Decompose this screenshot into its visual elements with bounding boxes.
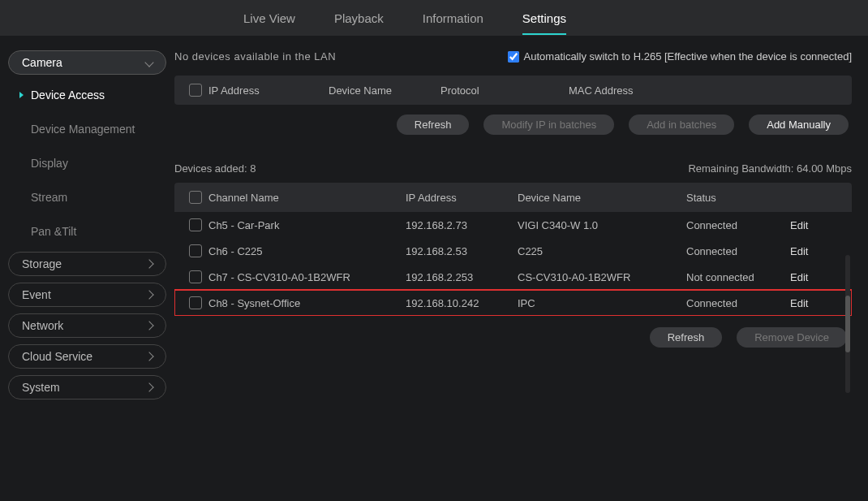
sidebar-group-storage[interactable]: Storage [8, 252, 166, 276]
sidebar-group-system[interactable]: System [8, 375, 166, 400]
cell-ip: 192.168.10.242 [406, 297, 511, 309]
chevron-right-icon [144, 321, 153, 330]
lan-select-all-checkbox[interactable] [189, 84, 202, 97]
cell-channel: Ch8 - Sysnet-Office [208, 297, 399, 309]
sidebar-item-device-access[interactable]: Device Access [8, 81, 166, 109]
auto-switch-checkbox[interactable] [508, 51, 519, 63]
cell-channel: Ch5 - Car-Park [208, 219, 399, 231]
main-panel: No devices available in the LAN Automati… [174, 36, 868, 414]
auto-switch-h265[interactable]: Automatically switch to H.265 [Effective… [508, 50, 852, 63]
added-col-ip: IP Address [406, 192, 511, 204]
lan-col-proto: Protocol [440, 84, 562, 97]
cell-device: VIGI C340-W 1.0 [518, 219, 680, 231]
row-checkbox[interactable] [189, 218, 202, 231]
lan-empty-message: No devices available in the LAN [174, 50, 336, 63]
cell-ip: 192.168.2.253 [406, 271, 511, 283]
tab-information[interactable]: Information [423, 3, 483, 33]
edit-link[interactable]: Edit [790, 271, 831, 283]
auto-switch-label: Automatically switch to H.265 [Effective… [524, 50, 852, 63]
sidebar-group-cloud-service[interactable]: Cloud Service [8, 344, 166, 369]
edit-link[interactable]: Edit [790, 245, 831, 257]
table-row[interactable]: Ch7 - CS-CV310-A0-1B2WFR192.168.2.253CS-… [174, 264, 852, 290]
cell-status: Connected [686, 297, 784, 309]
sidebar-group-label: Storage [22, 257, 62, 270]
edit-link[interactable]: Edit [790, 297, 831, 309]
sidebar-group-label: System [22, 381, 60, 394]
lan-col-device: Device Name [329, 84, 434, 97]
cell-status: Connected [686, 219, 784, 231]
tab-settings[interactable]: Settings [522, 3, 566, 33]
add-manually-button[interactable]: Add Manually [749, 114, 849, 135]
sidebar-group-camera[interactable]: Camera [8, 50, 166, 75]
sidebar-group-label: Network [22, 319, 63, 332]
added-col-status: Status [686, 192, 784, 204]
table-row[interactable]: Ch6 - C225192.168.2.53C225ConnectedEdit [174, 238, 852, 264]
cell-channel: Ch6 - C225 [208, 245, 399, 257]
row-checkbox[interactable] [189, 296, 202, 309]
sidebar-item-stream[interactable]: Stream [8, 184, 166, 211]
lan-refresh-button[interactable]: Refresh [397, 114, 470, 135]
tab-live-view[interactable]: Live View [243, 3, 295, 33]
chevron-right-icon [144, 382, 153, 391]
chevron-right-icon [144, 352, 153, 361]
sidebar-group-label: Cloud Service [22, 350, 92, 363]
added-select-all-checkbox[interactable] [189, 191, 202, 204]
scrollbar-track[interactable] [845, 255, 850, 393]
added-table-header: Channel Name IP Address Device Name Stat… [174, 183, 852, 212]
sidebar-item-pan-tilt[interactable]: Pan &Tilt [8, 218, 166, 245]
cell-ip: 192.168.2.53 [406, 245, 511, 257]
lan-col-ip: IP Address [208, 84, 322, 97]
table-row[interactable]: Ch5 - Car-Park192.168.2.73VIGI C340-W 1.… [174, 212, 852, 238]
table-row[interactable]: Ch8 - Sysnet-Office192.168.10.242IPCConn… [174, 290, 852, 316]
sidebar-group-event[interactable]: Event [8, 283, 166, 307]
sidebar-group-network[interactable]: Network [8, 313, 166, 338]
sidebar-item-device-management[interactable]: Device Management [8, 115, 166, 143]
lan-col-mac: MAC Address [569, 84, 837, 97]
cell-device: CS-CV310-A0-1B2WFR [518, 271, 680, 283]
devices-added-title: Devices added: 8 [174, 162, 256, 175]
lan-table-header: IP Address Device Name Protocol MAC Addr… [174, 76, 852, 105]
chevron-right-icon [144, 290, 153, 299]
add-in-batches-button[interactable]: Add in batches [629, 114, 734, 135]
chevron-down-icon [144, 58, 153, 67]
cell-status: Not connected [686, 271, 784, 283]
top-nav: Live View Playback Information Settings [0, 0, 868, 36]
sidebar-group-label: Camera [22, 56, 62, 69]
remaining-bandwidth: Remaining Bandwidth: 64.00 Mbps [688, 162, 852, 175]
cell-device: IPC [518, 297, 680, 309]
tab-playback[interactable]: Playback [334, 3, 384, 33]
modify-ip-batches-button[interactable]: Modify IP in batches [483, 114, 614, 135]
row-checkbox[interactable] [189, 244, 202, 257]
edit-link[interactable]: Edit [790, 219, 831, 231]
added-table-body: Ch5 - Car-Park192.168.2.73VIGI C340-W 1.… [174, 212, 852, 316]
remove-device-button[interactable]: Remove Device [737, 327, 847, 348]
row-checkbox[interactable] [189, 270, 202, 283]
added-refresh-button[interactable]: Refresh [650, 327, 723, 348]
sidebar: Camera Device Access Device Management D… [0, 36, 174, 414]
sidebar-group-label: Event [22, 288, 51, 301]
scrollbar-thumb[interactable] [845, 296, 850, 352]
chevron-right-icon [144, 259, 153, 268]
cell-channel: Ch7 - CS-CV310-A0-1B2WFR [208, 271, 399, 283]
added-col-channel: Channel Name [208, 192, 399, 204]
sidebar-item-display[interactable]: Display [8, 149, 166, 177]
added-col-device: Device Name [518, 192, 680, 204]
cell-device: C225 [518, 245, 680, 257]
cell-status: Connected [686, 245, 784, 257]
cell-ip: 192.168.2.73 [406, 219, 511, 231]
